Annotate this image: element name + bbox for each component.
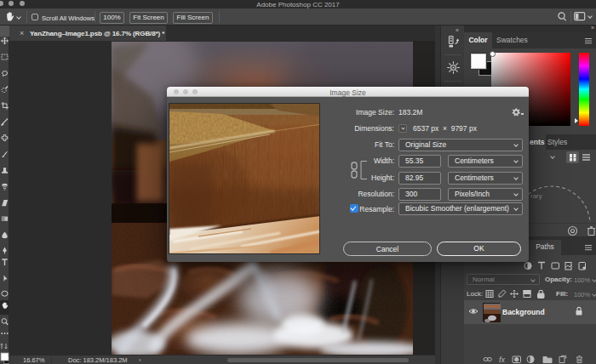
svg-text:fx: fx [499,355,506,364]
